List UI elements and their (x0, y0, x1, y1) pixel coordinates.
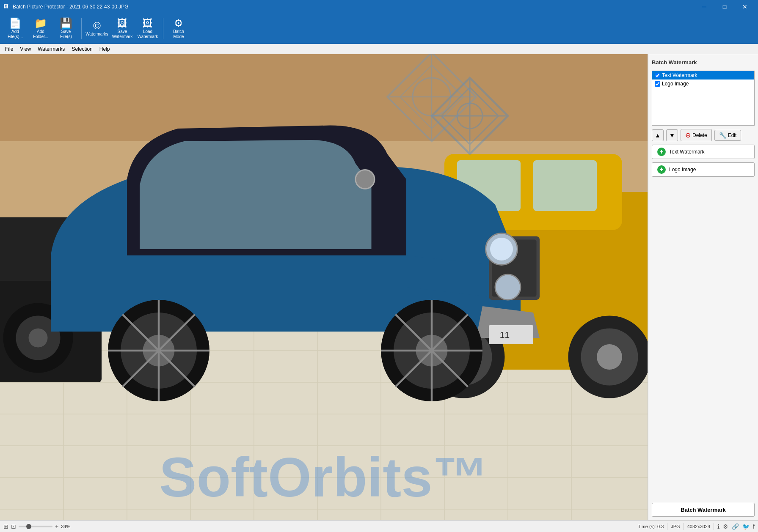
move-up-button[interactable]: ▲ (652, 129, 664, 141)
car-image-svg: 11 (0, 54, 648, 520)
load-watermark-button[interactable]: 🖼 LoadWatermark (136, 16, 160, 42)
edit-label: Edit (728, 132, 737, 138)
add-files-icon: 📄 (9, 18, 22, 28)
toolbar-separator-2 (163, 18, 163, 39)
svg-point-54 (356, 170, 375, 189)
watermarks-icon: © (93, 21, 101, 31)
actual-size-icon[interactable]: ⊡ (11, 523, 16, 530)
settings-icon[interactable]: ⚙ (723, 523, 728, 530)
maximize-button[interactable]: □ (715, 0, 734, 14)
add-text-watermark-label: Text Watermark (669, 149, 705, 155)
delete-button[interactable]: ⊖ Delete (681, 129, 712, 141)
main-area: 11 (0, 54, 758, 520)
zoom-slider[interactable] (19, 526, 52, 527)
svg-point-32 (597, 344, 622, 370)
batch-mode-icon: ⚙ (174, 18, 183, 28)
file-format: JPG (671, 524, 680, 529)
title-bar-controls: ─ □ ✕ (695, 0, 755, 14)
logo-image-checkbox[interactable] (655, 81, 660, 87)
app-title: Batch Picture Protector - 2021-06-30 22-… (13, 4, 128, 10)
svg-point-36 (490, 238, 513, 261)
batch-mode-label: BatchMode (173, 29, 184, 39)
title-bar: 🖼 Batch Picture Protector - 2021-06-30 2… (0, 0, 758, 14)
menu-help[interactable]: Help (96, 45, 113, 53)
wrench-icon: 🔧 (719, 132, 726, 139)
right-panel: Batch Watermark Text Watermark Logo Imag… (648, 54, 758, 520)
fit-icon[interactable]: ⊞ (3, 523, 8, 530)
delete-label: Delete (692, 132, 707, 138)
save-watermark-label: SaveWatermark (112, 29, 133, 39)
time-label: Time (s): 0.3 (638, 524, 664, 529)
status-sep-2 (684, 523, 684, 530)
list-controls: ▲ ▼ ⊖ Delete 🔧 Edit (652, 129, 755, 141)
title-bar-left: 🖼 Batch Picture Protector - 2021-06-30 2… (3, 3, 128, 10)
menu-view[interactable]: View (17, 45, 34, 53)
status-sep-1 (667, 523, 667, 530)
svg-text:SoftOrbits™: SoftOrbits™ (159, 446, 488, 508)
svg-rect-26 (533, 160, 597, 211)
svg-point-37 (495, 274, 521, 300)
watermarks-label: Watermarks (85, 32, 108, 37)
add-folder-label: AddFolder... (33, 29, 48, 39)
save-watermark-button[interactable]: 🖼 SaveWatermark (110, 16, 134, 42)
panel-title: Batch Watermark (652, 58, 755, 67)
add-files-button[interactable]: 📄 AddFile(s)... (3, 16, 27, 42)
toolbar-separator-1 (81, 18, 82, 39)
toolbar: 📄 AddFile(s)... 📁 AddFolder... 💾 SaveFil… (0, 14, 758, 44)
menu-selection[interactable]: Selection (68, 45, 96, 53)
watermark-list[interactable]: Text Watermark Logo Image (652, 71, 755, 126)
zoom-thumb (26, 524, 31, 529)
image-panel: 11 (0, 54, 648, 520)
close-button[interactable]: ✕ (735, 0, 755, 14)
social-icon-2[interactable]: f (753, 523, 755, 530)
batch-watermark-button[interactable]: Batch Watermark (652, 503, 755, 517)
text-watermark-label: Text Watermark (662, 72, 697, 78)
panel-spacer (652, 180, 755, 499)
menu-file[interactable]: File (2, 45, 17, 53)
save-files-button[interactable]: 💾 SaveFile(s) (54, 16, 78, 42)
batch-watermark-label: Batch Watermark (681, 507, 725, 513)
social-icon[interactable]: 🐦 (742, 523, 750, 530)
watermark-item-logo[interactable]: Logo Image (652, 80, 754, 88)
share-icon[interactable]: 🔗 (732, 523, 739, 530)
status-left: ⊞ ⊡ + 34% (3, 523, 634, 530)
app-icon: 🖼 (3, 3, 10, 10)
edit-button[interactable]: 🔧 Edit (714, 130, 741, 141)
menubar: File View Watermarks Selection Help (0, 44, 758, 54)
delete-icon: ⊖ (685, 131, 691, 139)
status-right: Time (s): 0.3 JPG 4032x3024 ℹ ⚙ 🔗 🐦 f (638, 523, 755, 530)
image-canvas: 11 (0, 54, 648, 520)
menu-watermarks[interactable]: Watermarks (34, 45, 68, 53)
svg-rect-38 (489, 325, 533, 344)
watermarks-button[interactable]: © Watermarks (85, 16, 109, 42)
status-sep-3 (714, 523, 714, 530)
text-watermark-checkbox[interactable] (655, 73, 660, 78)
minimize-button[interactable]: ─ (695, 0, 714, 14)
logo-image-label: Logo Image (662, 81, 689, 87)
load-watermark-icon: 🖼 (143, 18, 153, 28)
svg-text:11: 11 (500, 330, 510, 340)
add-folder-icon: 📁 (34, 18, 47, 28)
info-icon[interactable]: ℹ (717, 523, 719, 530)
image-dimensions: 4032x3024 (687, 524, 710, 529)
status-bar: ⊞ ⊡ + 34% Time (s): 0.3 JPG 4032x3024 ℹ … (0, 520, 758, 532)
load-watermark-label: LoadWatermark (138, 29, 158, 39)
add-text-watermark-button[interactable]: + Text Watermark (652, 145, 755, 159)
save-files-label: SaveFile(s) (60, 29, 72, 39)
add-logo-image-button[interactable]: + Logo Image (652, 162, 755, 177)
svg-point-22 (29, 329, 48, 348)
zoom-level: 34% (61, 524, 70, 529)
add-files-label: AddFile(s)... (8, 29, 23, 39)
add-logo-image-label: Logo Image (669, 167, 696, 173)
move-down-button[interactable]: ▼ (666, 129, 678, 141)
save-watermark-icon: 🖼 (117, 18, 127, 28)
watermark-item-text[interactable]: Text Watermark (652, 71, 754, 80)
batch-mode-button[interactable]: ⚙ BatchMode (167, 16, 190, 42)
save-files-icon: 💾 (60, 18, 72, 28)
zoom-in-icon[interactable]: + (55, 523, 58, 530)
add-folder-button[interactable]: 📁 AddFolder... (29, 16, 52, 42)
add-text-watermark-icon: + (657, 148, 666, 156)
add-logo-image-icon: + (657, 165, 666, 174)
